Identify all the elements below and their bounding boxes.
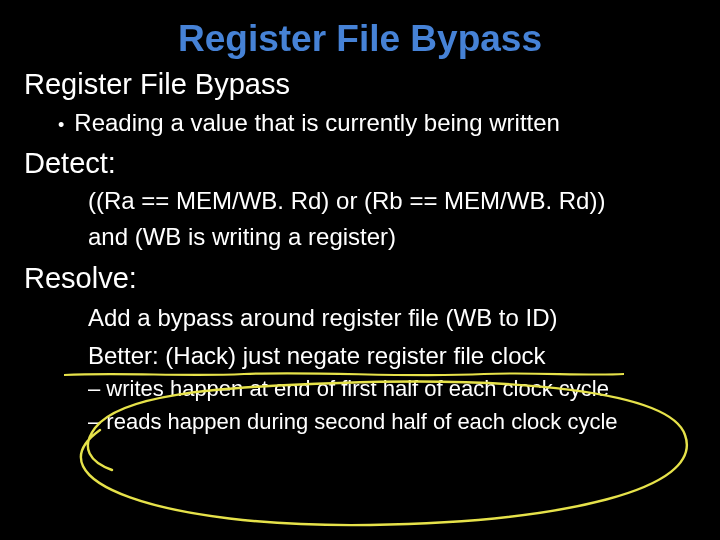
subtitle: Register File Bypass	[24, 68, 696, 101]
strikethrough-annotation	[64, 367, 624, 385]
bullet-icon: •	[58, 116, 64, 134]
detect-expression-line1: ((Ra == MEM/WB. Rd) or (Rb == MEM/WB. Rd…	[88, 186, 696, 216]
detect-expression-line2: and (WB is writing a register)	[88, 222, 696, 252]
bullet-text: Reading a value that is currently being …	[74, 109, 560, 136]
slide-title: Register File Bypass	[24, 18, 696, 60]
slide: Register File Bypass Register File Bypas…	[0, 0, 720, 540]
resolve-sublist-item2: – reads happen during second half of eac…	[88, 408, 696, 437]
resolve-line1: Add a bypass around register file (WB to…	[88, 303, 696, 333]
resolve-heading: Resolve:	[24, 262, 696, 295]
detect-heading: Detect:	[24, 147, 696, 180]
bullet-item: •Reading a value that is currently being…	[58, 109, 696, 137]
